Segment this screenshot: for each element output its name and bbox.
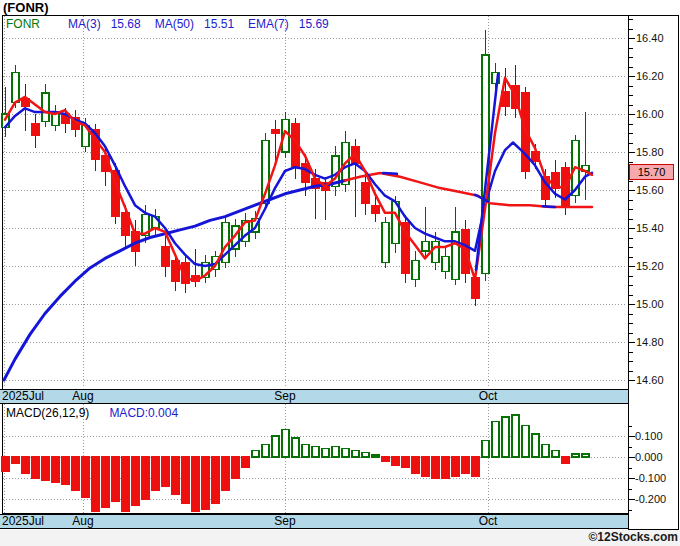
candle-body — [472, 277, 479, 298]
price-axis-label: 14.60 — [636, 374, 664, 386]
macd-bar-down — [12, 457, 19, 463]
macd-bar-down — [392, 457, 399, 465]
xaxis-band-main: 2025JulAugSepOct — [0, 389, 628, 404]
ema7-value: 15.69 — [299, 17, 329, 31]
macd-bar-down — [192, 457, 199, 512]
month-label: 2025Jul — [2, 515, 44, 528]
price-axis-label: 14.80 — [636, 336, 664, 348]
price-axis-label: 16.00 — [636, 108, 664, 120]
macd-bar-up — [522, 426, 529, 458]
macd-bar-up — [502, 417, 509, 457]
indicator-legend: FONRMA(3)15.68MA(50)15.51EMA(7)15.69 — [6, 17, 329, 31]
macd-bar-up — [492, 421, 499, 457]
macd-bar-down — [82, 457, 89, 497]
macd-bar-down — [92, 457, 99, 512]
macd-bar-up — [352, 451, 359, 457]
macd-bar-up — [272, 436, 279, 457]
month-label: Sep — [274, 390, 295, 403]
price-axis-label: 16.20 — [636, 70, 664, 82]
last-price-badge: 15.70 — [629, 164, 674, 180]
price-axis-label: 15.20 — [636, 260, 664, 272]
macd-axis-label: 0.000 — [635, 451, 663, 463]
copyright-watermark: ©12Stocks.com — [0, 530, 678, 546]
macd-bar-up — [312, 447, 319, 458]
macd-bar-down — [142, 457, 149, 499]
ticker-symbol: FONR — [6, 17, 40, 31]
ma50-label: MA(50) — [155, 17, 194, 31]
macd-bar-up — [512, 415, 519, 457]
macd-params-label: MACD(26,12,9) — [6, 406, 89, 420]
macd-bar-down — [412, 457, 419, 474]
page-title: (FONR) — [3, 0, 49, 15]
candle-body — [442, 257, 449, 272]
month-label: Aug — [72, 515, 93, 528]
month-label: 2025Jul — [2, 390, 44, 403]
macd-bar-down — [382, 457, 389, 461]
macd-bar-up — [532, 434, 539, 457]
macd-bar-down — [112, 457, 119, 501]
ma3-value: 15.68 — [111, 17, 141, 31]
macd-bar-down — [62, 457, 69, 484]
macd-axis-label: -0.200 — [635, 493, 666, 505]
month-label: Sep — [274, 515, 295, 528]
macd-bar-down — [202, 457, 209, 510]
macd-bar-down — [152, 457, 159, 491]
macd-bar-down — [122, 457, 129, 512]
macd-bar-down — [52, 457, 59, 482]
month-label: Oct — [479, 515, 498, 528]
ma3-label: MA(3) — [68, 17, 101, 31]
macd-bar-up — [552, 451, 559, 457]
xaxis-band-macd: 2025JulAugSepOct — [0, 514, 628, 529]
price-axis-label: 15.00 — [636, 298, 664, 310]
macd-bar-down — [452, 457, 459, 476]
candle-body — [12, 72, 19, 102]
macd-bar-up — [262, 444, 269, 457]
price-axis-label: 15.40 — [636, 222, 664, 234]
macd-bar-up — [372, 455, 379, 457]
candle-body — [302, 163, 309, 182]
macd-bar-down — [42, 457, 49, 480]
macd-bar-up — [252, 451, 259, 457]
macd-bar-down — [402, 457, 409, 468]
macd-bar-down — [212, 457, 219, 503]
price-axis-label: 15.60 — [636, 184, 664, 196]
macd-bar-down — [32, 457, 39, 478]
candle-body — [372, 205, 379, 213]
macd-bar-up — [332, 447, 339, 458]
macd-bar-up — [582, 454, 589, 457]
month-label: Aug — [72, 390, 93, 403]
macd-bar-down — [162, 457, 169, 486]
macd-axis-label: -0.100 — [635, 472, 666, 484]
macd-bar-up — [482, 440, 489, 457]
macd-legend: MACD(26,12,9)MACD:0.004 — [6, 406, 178, 420]
macd-bar-down — [72, 457, 79, 491]
macd-bar-down — [102, 457, 109, 507]
macd-bar-down — [172, 457, 179, 495]
macd-bar-up — [362, 453, 369, 457]
candle-body — [42, 93, 49, 122]
macd-bar-down — [2, 457, 9, 472]
ema7-label: EMA(7) — [248, 17, 289, 31]
candle-body — [432, 241, 439, 262]
candle-body — [272, 129, 279, 133]
chart-canvas — [0, 0, 680, 546]
price-axis-label: 16.40 — [636, 32, 664, 44]
macd-bar-up — [342, 449, 349, 457]
ma50-value: 15.51 — [204, 17, 234, 31]
macd-bar-up — [282, 430, 289, 457]
candle-body — [422, 241, 429, 251]
macd-value-label: MACD:0.004 — [109, 406, 178, 420]
macd-bar-down — [442, 457, 449, 478]
macd-bar-up — [542, 444, 549, 457]
candle-body — [382, 222, 389, 262]
macd-bar-up — [572, 454, 579, 457]
macd-bar-down — [22, 457, 29, 474]
price-axis-label: 15.80 — [636, 146, 664, 158]
macd-bar-up — [302, 444, 309, 457]
stock-chart-page: (FONR) FONRMA(3)15.68MA(50)15.51EMA(7)15… — [0, 0, 680, 546]
macd-bar-down — [472, 457, 479, 476]
month-label: Oct — [479, 390, 498, 403]
ma50-dash-3-line — [543, 206, 555, 207]
macd-bar-up — [322, 449, 329, 457]
macd-bar-down — [132, 457, 139, 505]
